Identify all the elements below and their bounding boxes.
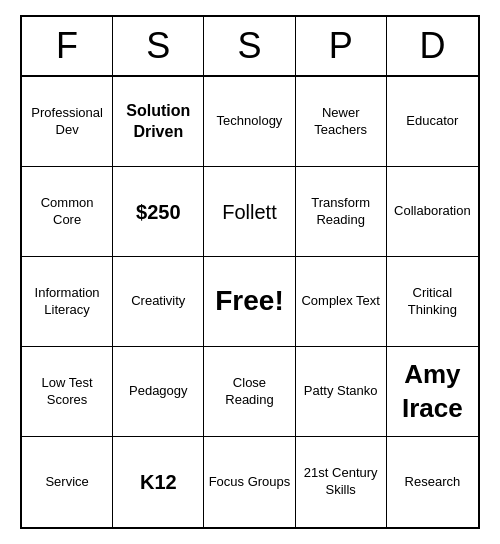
bingo-cell-16: Pedagogy: [113, 347, 204, 437]
bingo-cell-4: Educator: [387, 77, 478, 167]
bingo-cell-6: $250: [113, 167, 204, 257]
bingo-header: FSSPD: [22, 17, 478, 77]
bingo-cell-9: Collaboration: [387, 167, 478, 257]
bingo-cell-5: Common Core: [22, 167, 113, 257]
bingo-cell-15: Low Test Scores: [22, 347, 113, 437]
header-col-0: F: [22, 17, 113, 75]
bingo-cell-22: Focus Groups: [204, 437, 295, 527]
bingo-cell-8: Transform Reading: [296, 167, 387, 257]
bingo-card: FSSPD Professional DevSolution DrivenTec…: [20, 15, 480, 529]
bingo-cell-21: K12: [113, 437, 204, 527]
bingo-cell-19: Amy Irace: [387, 347, 478, 437]
bingo-cell-1: Solution Driven: [113, 77, 204, 167]
bingo-cell-11: Creativity: [113, 257, 204, 347]
bingo-cell-18: Patty Stanko: [296, 347, 387, 437]
bingo-cell-23: 21st Century Skills: [296, 437, 387, 527]
header-col-2: S: [204, 17, 295, 75]
bingo-cell-12: Free!: [204, 257, 295, 347]
bingo-cell-0: Professional Dev: [22, 77, 113, 167]
bingo-cell-20: Service: [22, 437, 113, 527]
bingo-cell-17: Close Reading: [204, 347, 295, 437]
bingo-cell-2: Technology: [204, 77, 295, 167]
header-col-3: P: [296, 17, 387, 75]
bingo-cell-14: Critical Thinking: [387, 257, 478, 347]
bingo-cell-10: Information Literacy: [22, 257, 113, 347]
bingo-grid: Professional DevSolution DrivenTechnolog…: [22, 77, 478, 527]
bingo-cell-3: Newer Teachers: [296, 77, 387, 167]
bingo-cell-7: Follett: [204, 167, 295, 257]
bingo-cell-24: Research: [387, 437, 478, 527]
bingo-cell-13: Complex Text: [296, 257, 387, 347]
header-col-4: D: [387, 17, 478, 75]
header-col-1: S: [113, 17, 204, 75]
